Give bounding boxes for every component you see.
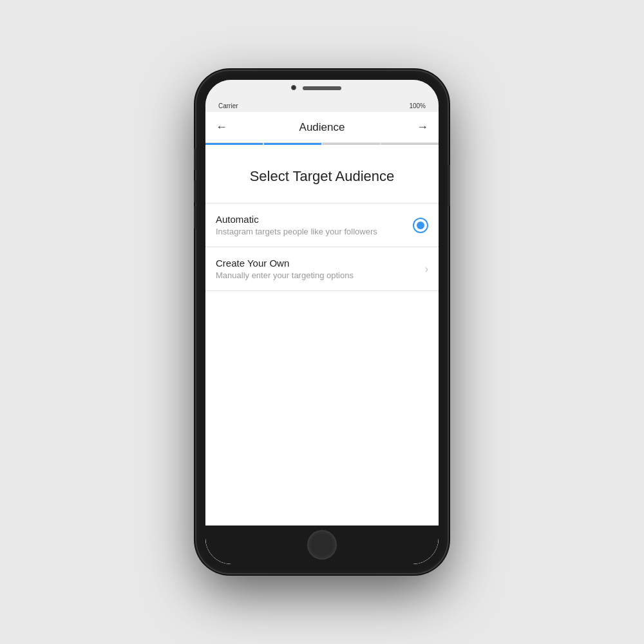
radio-automatic[interactable] — [413, 218, 428, 233]
page-title: Audience — [299, 121, 345, 134]
divider-bottom — [205, 290, 439, 291]
option-automatic-subtitle: Instagram targets people like your follo… — [216, 227, 413, 236]
option-automatic[interactable]: Automatic Instagram targets people like … — [205, 204, 439, 247]
section-title: Select Target Audience — [205, 145, 439, 203]
battery-label: 100% — [409, 102, 426, 109]
carrier-label: Carrier — [218, 102, 238, 109]
option-automatic-text: Automatic Instagram targets people like … — [216, 214, 413, 236]
app-header: ← Audience → — [205, 112, 439, 143]
radio-automatic-inner — [417, 222, 424, 229]
option-automatic-title: Automatic — [216, 214, 413, 225]
home-button[interactable] — [307, 530, 337, 560]
app-main: Select Target Audience Automatic Instagr… — [205, 145, 439, 532]
phone-screen: Carrier 100% ← Audience → Select Target … — [205, 80, 439, 564]
option-create-own-subtitle: Manually enter your targeting options — [216, 270, 425, 280]
status-bar: Carrier 100% — [205, 99, 439, 112]
option-create-own[interactable]: Create Your Own Manually enter your targ… — [205, 247, 439, 290]
chevron-right-icon: › — [425, 263, 428, 275]
option-create-own-text: Create Your Own Manually enter your targ… — [216, 258, 425, 280]
front-camera — [291, 85, 296, 90]
phone-bottom-bar — [205, 526, 439, 564]
phone-top-bar — [205, 80, 439, 99]
forward-button[interactable]: → — [417, 120, 428, 134]
phone-device: Carrier 100% ← Audience → Select Target … — [196, 71, 448, 573]
phone-speaker — [303, 86, 341, 90]
option-create-own-title: Create Your Own — [216, 258, 425, 269]
back-button[interactable]: ← — [216, 120, 227, 134]
